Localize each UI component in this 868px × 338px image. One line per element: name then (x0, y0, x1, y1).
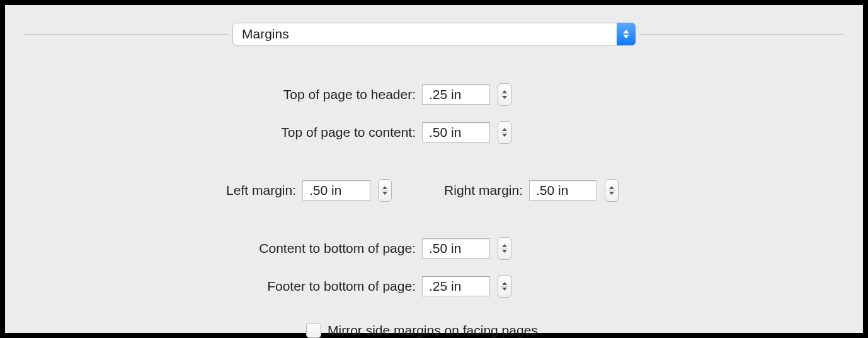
label-mirror-margins: Mirror side margins on facing pages (328, 323, 538, 338)
chevron-up-icon (502, 128, 507, 131)
row-top-to-content: Top of page to content: (5, 121, 863, 144)
chevron-down-icon (609, 192, 614, 195)
divider-left (24, 34, 229, 35)
stepper-right-margin[interactable] (605, 179, 619, 202)
chevron-up-icon (502, 282, 507, 285)
input-top-to-header[interactable] (422, 84, 490, 105)
row-top-to-header: Top of page to header: (5, 83, 863, 106)
margins-form: Top of page to header: Top of page to co… (5, 45, 863, 338)
chevron-down-icon (502, 96, 507, 99)
input-footer-to-bottom[interactable] (422, 276, 490, 296)
chevron-down-icon (502, 134, 507, 137)
row-content-to-bottom: Content to bottom of page: (5, 237, 863, 260)
row-mirror-margins: Mirror side margins on facing pages (5, 323, 863, 338)
chevron-down-icon (382, 192, 387, 195)
stepper-footer-to-bottom[interactable] (498, 275, 511, 298)
divider-right (639, 34, 844, 35)
chevron-down-icon (502, 288, 507, 291)
chevron-up-icon (502, 90, 507, 93)
row-footer-to-bottom: Footer to bottom of page: (5, 275, 863, 298)
section-dropdown-label: Margins (233, 26, 289, 42)
section-dropdown[interactable]: Margins (232, 23, 636, 45)
chevron-down-icon (502, 250, 507, 253)
up-down-caret-icon (617, 23, 636, 45)
chevron-up-icon (382, 186, 387, 189)
stepper-left-margin[interactable] (378, 179, 392, 202)
checkbox-mirror-margins[interactable] (306, 323, 321, 338)
input-content-to-bottom[interactable] (422, 238, 490, 259)
chevron-up-icon (502, 244, 507, 247)
section-header-row: Margins (5, 23, 863, 45)
row-left-right-margins: Left margin: Right margin: (5, 179, 863, 202)
input-left-margin[interactable] (302, 180, 370, 201)
margins-panel: Margins Top of page to header: Top of pa… (5, 5, 863, 333)
label-content-to-bottom: Content to bottom of page: (5, 241, 422, 256)
input-top-to-content[interactable] (422, 122, 490, 143)
input-right-margin[interactable] (529, 180, 597, 201)
label-top-to-header: Top of page to header: (5, 87, 422, 102)
chevron-up-icon (609, 186, 614, 189)
label-left-margin: Left margin: (5, 183, 302, 198)
stepper-top-to-content[interactable] (498, 121, 511, 144)
stepper-content-to-bottom[interactable] (498, 237, 511, 260)
label-right-margin: Right margin: (392, 183, 529, 198)
label-top-to-content: Top of page to content: (5, 125, 422, 140)
label-footer-to-bottom: Footer to bottom of page: (5, 279, 422, 294)
stepper-top-to-header[interactable] (498, 83, 511, 106)
